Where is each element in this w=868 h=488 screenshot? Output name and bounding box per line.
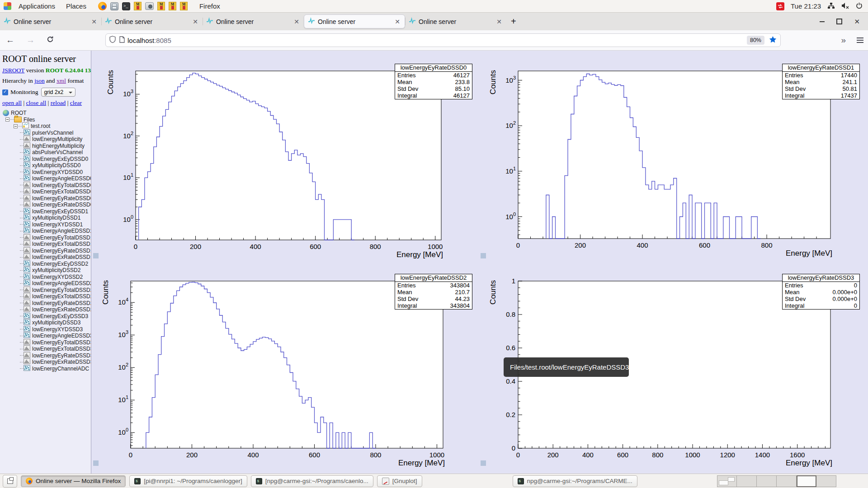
clock[interactable]: Tue 21:23	[791, 2, 821, 10]
pad-lowEnergyEyRateDSSD0[interactable]: 02004006008001000100101102103CountsEnerg…	[106, 70, 443, 259]
browser-tab[interactable]: Online server✕	[0, 14, 101, 28]
tree-item-pulserVsChannel[interactable]: pulserVsChannel	[2, 130, 91, 136]
tree-item-lowEnergyXYDSSD3[interactable]: lowEnergyXYDSSD3	[2, 326, 91, 333]
tree-item-lowEnergyExEyDSSD2[interactable]: lowEnergyExEyDSSD2	[2, 261, 91, 267]
tree-item-lowEnergyExTotalDSSD0[interactable]: lowEnergyExTotalDSSD0	[2, 188, 91, 195]
workspace-cell-1[interactable]	[717, 475, 737, 487]
tree-node-files[interactable]: Files	[2, 117, 91, 123]
browser-tab[interactable]: Online server✕	[101, 14, 203, 28]
stats-box-lowEnergyEyRateDSSD0[interactable]: lowEnergyEyRateDSSD0Entries46127Mean233.…	[395, 64, 472, 99]
close-window-button[interactable]: ✕	[854, 19, 860, 24]
tree-item-lowEnergyEyTotalDSSD0[interactable]: lowEnergyEyTotalDSSD0	[2, 182, 91, 189]
midas-launcher-icon[interactable]: M	[169, 2, 176, 10]
tab-close-button[interactable]: ✕	[192, 18, 199, 25]
url-text[interactable]: localhost:8085	[127, 37, 747, 44]
tree-item-lowEnergyEyRateDSSD2[interactable]: lowEnergyEyRateDSSD2	[2, 300, 91, 307]
close-all-link[interactable]: close all	[26, 99, 47, 106]
taskbar-window-4[interactable]: [Gnuplot]	[377, 475, 422, 487]
back-button[interactable]: ←	[0, 35, 20, 45]
forward-button[interactable]: →	[20, 35, 41, 45]
workspace-cell-6[interactable]	[816, 475, 836, 487]
taskbar-window-2[interactable]: $[pi@nnrpi1: ~/Programs/caenlogger]	[129, 475, 247, 487]
pad-lowEnergyEyRateDSSD1[interactable]: 0200400600800100101102103CountsEnergy [M…	[489, 70, 832, 258]
collapse-toggle[interactable]	[5, 117, 9, 122]
tree-item-xyMultiplicityDSSD3[interactable]: xyMultiplicityDSSD3	[2, 319, 91, 326]
network-icon[interactable]	[827, 2, 835, 10]
tree-item-lowEnergyExTotalDSSD2[interactable]: lowEnergyExTotalDSSD2	[2, 293, 91, 300]
tree-item-lowEnergyEyTotalDSSD2[interactable]: lowEnergyEyTotalDSSD2	[2, 287, 91, 294]
stats-box-lowEnergyEyRateDSSD1[interactable]: lowEnergyEyRateDSSD1Entries17440Mean241.…	[782, 64, 860, 99]
page-info-icon[interactable]	[119, 36, 125, 45]
show-desktop-button[interactable]	[3, 475, 17, 488]
places-menu[interactable]: Places	[61, 0, 92, 12]
overflow-menu-button[interactable]: »	[841, 35, 846, 45]
tree-item-lowEnergyExRateDSSD0[interactable]: lowEnergyExRateDSSD0	[2, 202, 91, 208]
power-icon[interactable]	[856, 2, 863, 10]
tree-item-highEnergyMultiplicity[interactable]: highEnergyMultiplicity	[2, 143, 91, 150]
url-bar[interactable]: localhost:8085 80%	[105, 33, 781, 47]
browser-tab[interactable]: Online server✕	[203, 14, 304, 28]
tree-item-lowEnergyAngleEDSSD2[interactable]: lowEnergyAngleEDSSD2	[2, 280, 91, 287]
stats-box-lowEnergyEyRateDSSD2[interactable]: lowEnergyEyRateDSSD2Entries343804Mean210…	[395, 274, 472, 310]
tree-item-lowEnergyExEyDSSD3[interactable]: lowEnergyExEyDSSD3	[2, 313, 91, 320]
audio-muted-icon[interactable]	[841, 2, 849, 10]
layout-select[interactable]: grid 2x2	[41, 88, 75, 97]
tree-item-lowEnergyExRateDSSD3[interactable]: lowEnergyExRateDSSD3	[2, 359, 91, 366]
hamburger-menu-icon[interactable]	[857, 40, 863, 41]
midas-launcher-icon[interactable]: M	[157, 2, 165, 10]
taskbar-window-3[interactable]: $[npg@carme-gsi:~/Programs/caenlo...	[251, 475, 373, 487]
stats-box-lowEnergyEyRateDSSD3[interactable]: lowEnergyEyRateDSSD3Entries0Mean0.000e+0…	[782, 274, 860, 310]
tree-item-xyMultiplicityDSSD1[interactable]: xyMultiplicityDSSD1	[2, 215, 91, 221]
reload-link[interactable]: reload	[51, 99, 66, 106]
tab-close-button[interactable]: ✕	[495, 18, 503, 25]
tree-item-lowEnergyMultiplicity[interactable]: lowEnergyMultiplicity	[2, 136, 91, 143]
screenshot-launcher-icon[interactable]	[145, 2, 154, 10]
terminal-launcher-icon[interactable]: >_	[122, 2, 130, 10]
tree-node-test-root[interactable]: test.root	[2, 123, 91, 130]
new-tab-button[interactable]: +	[506, 16, 521, 27]
tree-item-lowEnergyXYDSSD0[interactable]: lowEnergyXYDSSD0	[2, 169, 91, 176]
tree-item-lowEnergyExRateDSSD2[interactable]: lowEnergyExRateDSSD2	[2, 306, 91, 313]
pad-resize-handle[interactable]	[93, 460, 99, 466]
tab-close-button[interactable]: ✕	[394, 18, 401, 25]
tree-item-lowEnergyEyTotalDSSD1[interactable]: lowEnergyEyTotalDSSD1	[2, 235, 91, 241]
applications-menu[interactable]: Applications	[13, 0, 61, 12]
zoom-level-badge[interactable]: 80%	[747, 36, 764, 45]
taskbar-window-5[interactable]: $npg@carme-gsi:~/Programs/CARME...	[513, 475, 637, 487]
pad-resize-handle[interactable]	[481, 253, 486, 258]
maximize-button[interactable]	[836, 19, 842, 24]
minimize-button[interactable]	[820, 21, 825, 22]
tab-close-button[interactable]: ✕	[293, 18, 300, 25]
bookmark-star-icon[interactable]	[769, 36, 777, 45]
active-app-menu[interactable]: Firefox	[194, 0, 226, 12]
tree-item-lowEnergyExRateDSSD1[interactable]: lowEnergyExRateDSSD1	[2, 254, 91, 261]
tree-item-xyMultiplicityDSSD2[interactable]: xyMultiplicityDSSD2	[2, 267, 91, 274]
tree-item-lowEnergyAngleEDSSD0[interactable]: lowEnergyAngleEDSSD0	[2, 175, 91, 182]
shield-icon[interactable]	[109, 36, 116, 45]
distro-menu-icon[interactable]	[4, 2, 11, 10]
reload-button[interactable]	[41, 35, 60, 45]
clear-link[interactable]: clear	[70, 99, 82, 106]
browser-tab[interactable]: Online server✕	[405, 14, 506, 28]
pad-lowEnergyEyRateDSSD2[interactable]: 02004006008001000100101102103104CountsEn…	[101, 280, 445, 467]
jsroot-link[interactable]: JSROOT	[2, 67, 24, 74]
pad-resize-handle[interactable]	[481, 460, 486, 466]
tree-item-lowEnergyEyRateDSSD1[interactable]: lowEnergyEyRateDSSD1	[2, 248, 91, 254]
pad-resize-handle[interactable]	[93, 253, 99, 258]
canvas-grid[interactable]: 02004006008001000100101102103CountsEnerg…	[92, 50, 868, 474]
collapse-toggle[interactable]	[14, 124, 18, 128]
firefox-launcher-icon[interactable]	[98, 2, 107, 10]
tree-item-lowEnergyExEyDSSD1[interactable]: lowEnergyExEyDSSD1	[2, 208, 91, 215]
tab-close-button[interactable]: ✕	[90, 18, 98, 25]
midas-launcher-icon[interactable]: M	[180, 2, 188, 10]
tree-item-lowEnergyExTotalDSSD1[interactable]: lowEnergyExTotalDSSD1	[2, 241, 91, 248]
tree-item-lowEnergyExTotalDSSD3[interactable]: lowEnergyExTotalDSSD3	[2, 346, 91, 352]
tree-item-absPulserVsChannel[interactable]: absPulserVsChannel	[2, 149, 91, 156]
workspace-cell-4[interactable]	[777, 475, 797, 487]
updates-alert-icon[interactable]	[776, 2, 784, 10]
tree-item-lowEnergyAngleEDSSD1[interactable]: lowEnergyAngleEDSSD1	[2, 228, 91, 235]
workspace-cell-5[interactable]	[797, 475, 816, 487]
tree-item-lowEnergyExEyDSSD0[interactable]: lowEnergyExEyDSSD0	[2, 156, 91, 163]
json-link[interactable]: json	[34, 77, 45, 84]
file-manager-launcher-icon[interactable]	[110, 2, 118, 10]
